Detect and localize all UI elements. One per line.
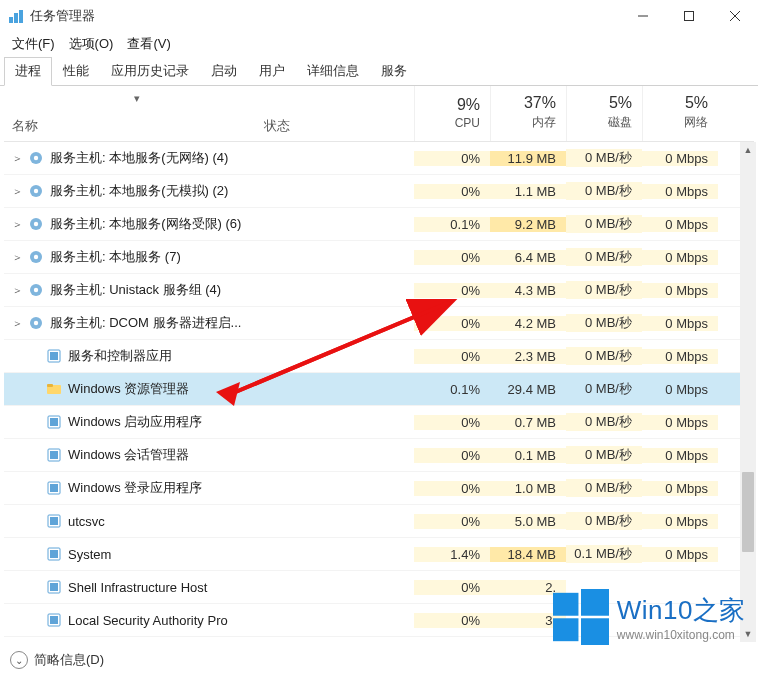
scroll-thumb[interactable] xyxy=(742,472,754,552)
table-row[interactable]: Windows 登录应用程序0%1.0 MB0 MB/秒0 Mbps xyxy=(4,472,754,505)
process-name: Windows 登录应用程序 xyxy=(68,479,202,497)
table-row[interactable]: ＞服务主机: 本地服务(无模拟) (2)0%1.1 MB0 MB/秒0 Mbps xyxy=(4,175,754,208)
maximize-button[interactable] xyxy=(666,0,712,32)
table-row[interactable]: 服务和控制器应用0%2.3 MB0 MB/秒0 Mbps xyxy=(4,340,754,373)
disk-cell: 0 MB/秒 xyxy=(566,380,642,398)
process-name-cell[interactable]: 服务和控制器应用 xyxy=(4,347,414,365)
process-name-cell[interactable]: Windows 登录应用程序 xyxy=(4,479,414,497)
table-row[interactable]: ＞服务主机: DCOM 服务器进程启...0%4.2 MB0 MB/秒0 Mbp… xyxy=(4,307,754,340)
table-row[interactable]: System1.4%18.4 MB0.1 MB/秒0 Mbps xyxy=(4,538,754,571)
disk-cell: 0.1 MB/秒 xyxy=(566,545,642,563)
network-cell: 0 Mbps xyxy=(642,151,718,166)
watermark-brand: Win10之家 xyxy=(617,593,746,628)
process-name-cell[interactable]: ＞服务主机: DCOM 服务器进程启... xyxy=(4,314,414,332)
footer-label: 简略信息(D) xyxy=(34,651,104,669)
network-cell: 0 Mbps xyxy=(642,349,718,364)
cpu-cell: 0% xyxy=(414,151,490,166)
menu-file[interactable]: 文件(F) xyxy=(8,33,59,55)
svg-rect-2 xyxy=(19,10,23,23)
tab-3[interactable]: 启动 xyxy=(200,57,248,86)
expand-icon[interactable]: ＞ xyxy=(10,283,24,298)
disk-cell: 0 MB/秒 xyxy=(566,512,642,530)
table-row[interactable]: Windows 启动应用程序0%0.7 MB0 MB/秒0 Mbps xyxy=(4,406,754,439)
expand-icon[interactable]: ＞ xyxy=(10,217,24,232)
expand-icon[interactable]: ＞ xyxy=(10,151,24,166)
tab-0[interactable]: 进程 xyxy=(4,57,52,86)
tab-4[interactable]: 用户 xyxy=(248,57,296,86)
process-name-cell[interactable]: ＞服务主机: 本地服务(网络受限) (6) xyxy=(4,215,414,233)
svg-point-16 xyxy=(34,288,38,292)
vertical-scrollbar[interactable]: ▲ ▼ xyxy=(740,142,756,642)
svg-rect-1 xyxy=(14,13,18,23)
process-name: utcsvc xyxy=(68,514,105,529)
process-name-cell[interactable]: Windows 会话管理器 xyxy=(4,446,414,464)
tab-5[interactable]: 详细信息 xyxy=(296,57,370,86)
process-name: Shell Infrastructure Host xyxy=(68,580,207,595)
column-name[interactable]: ▾ 名称 xyxy=(4,86,264,141)
cpu-cell: 0% xyxy=(414,448,490,463)
tab-6[interactable]: 服务 xyxy=(370,57,418,86)
disk-cell: 0 MB/秒 xyxy=(566,281,642,299)
expand-icon[interactable]: ＞ xyxy=(10,184,24,199)
column-disk[interactable]: 5% 磁盘 xyxy=(566,86,642,141)
gear-icon xyxy=(28,216,44,232)
memory-cell: 1.0 MB xyxy=(490,481,566,496)
table-row[interactable]: ＞服务主机: 本地服务 (7)0%6.4 MB0 MB/秒0 Mbps xyxy=(4,241,754,274)
process-name: Local Security Authority Pro xyxy=(68,613,228,628)
table-row[interactable]: utcsvc0%5.0 MB0 MB/秒0 Mbps xyxy=(4,505,754,538)
scroll-up-icon[interactable]: ▲ xyxy=(740,142,756,158)
table-row[interactable]: ＞服务主机: 本地服务(无网络) (4)0%11.9 MB0 MB/秒0 Mbp… xyxy=(4,142,754,175)
process-name-cell[interactable]: Windows 资源管理器 xyxy=(4,380,414,398)
app-icon xyxy=(46,414,62,430)
process-name-cell[interactable]: System xyxy=(4,546,414,562)
process-name-cell[interactable]: Windows 启动应用程序 xyxy=(4,413,414,431)
table-row[interactable]: ＞服务主机: Unistack 服务组 (4)0%4.3 MB0 MB/秒0 M… xyxy=(4,274,754,307)
tab-1[interactable]: 性能 xyxy=(52,57,100,86)
menu-bar: 文件(F) 选项(O) 查看(V) xyxy=(0,32,758,56)
minimize-button[interactable] xyxy=(620,0,666,32)
svg-point-14 xyxy=(34,255,38,259)
table-row[interactable]: Windows 资源管理器0.1%29.4 MB0 MB/秒0 Mbps xyxy=(4,373,754,406)
expand-icon[interactable]: ＞ xyxy=(10,316,24,331)
svg-rect-30 xyxy=(50,517,58,525)
process-name-cell[interactable]: utcsvc xyxy=(4,513,414,529)
process-name-cell[interactable]: ＞服务主机: 本地服务 (7) xyxy=(4,248,414,266)
column-memory[interactable]: 37% 内存 xyxy=(490,86,566,141)
cpu-cell: 0% xyxy=(414,514,490,529)
gear-icon xyxy=(28,315,44,331)
column-cpu[interactable]: 9% CPU xyxy=(414,86,490,141)
network-cell: 0 Mbps xyxy=(642,514,718,529)
footer-toggle[interactable]: ⌄ 简略信息(D) xyxy=(10,651,104,669)
menu-view[interactable]: 查看(V) xyxy=(123,33,174,55)
close-button[interactable] xyxy=(712,0,758,32)
app-icon xyxy=(46,579,62,595)
network-cell: 0 Mbps xyxy=(642,382,718,397)
table-row[interactable]: Windows 会话管理器0%0.1 MB0 MB/秒0 Mbps xyxy=(4,439,754,472)
disk-cell: 0 MB/秒 xyxy=(566,149,642,167)
memory-cell: 2.3 MB xyxy=(490,349,566,364)
process-name: Windows 会话管理器 xyxy=(68,446,189,464)
expand-icon[interactable]: ＞ xyxy=(10,250,24,265)
process-name-cell[interactable]: ＞服务主机: Unistack 服务组 (4) xyxy=(4,281,414,299)
process-name-cell[interactable]: ＞服务主机: 本地服务(无模拟) (2) xyxy=(4,182,414,200)
cpu-cell: 0% xyxy=(414,613,490,628)
menu-options[interactable]: 选项(O) xyxy=(65,33,118,55)
svg-point-8 xyxy=(34,156,38,160)
cpu-cell: 0% xyxy=(414,349,490,364)
memory-cell: 11.9 MB xyxy=(490,151,566,166)
process-name-cell[interactable]: Shell Infrastructure Host xyxy=(4,579,414,595)
network-cell: 0 Mbps xyxy=(642,415,718,430)
process-name-cell[interactable]: Local Security Authority Pro xyxy=(4,612,414,628)
column-network[interactable]: 5% 网络 xyxy=(642,86,718,141)
memory-cell: 9.2 MB xyxy=(490,217,566,232)
process-name: 服务主机: 本地服务(无网络) (4) xyxy=(50,149,228,167)
process-name: 服务主机: Unistack 服务组 (4) xyxy=(50,281,221,299)
svg-rect-28 xyxy=(50,484,58,492)
tab-2[interactable]: 应用历史记录 xyxy=(100,57,200,86)
svg-rect-4 xyxy=(685,12,694,21)
process-name-cell[interactable]: ＞服务主机: 本地服务(无网络) (4) xyxy=(4,149,414,167)
gear-icon xyxy=(28,282,44,298)
table-row[interactable]: ＞服务主机: 本地服务(网络受限) (6)0.1%9.2 MB0 MB/秒0 M… xyxy=(4,208,754,241)
column-status[interactable]: 状态 xyxy=(264,86,414,141)
network-cell: 0 Mbps xyxy=(642,250,718,265)
